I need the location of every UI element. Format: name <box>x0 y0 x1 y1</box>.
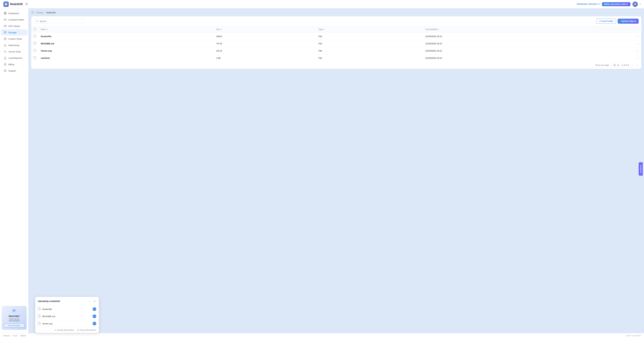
svg-rect-3 <box>4 12 5 13</box>
row-checkbox-cell <box>31 33 38 40</box>
sidebar-item-compute[interactable]: Compute Nodes <box>1 17 27 23</box>
select-all-checkbox[interactable] <box>34 28 36 30</box>
breadcrumb-storage[interactable]: Storage <box>36 12 43 14</box>
networking-icon <box>4 44 7 47</box>
copyright: 2024 © NodeShift <box>626 335 641 337</box>
pause-transfers-button[interactable]: ⏸ Pause all transfers <box>77 329 96 331</box>
feedback-tab[interactable]: Feedback <box>639 162 643 176</box>
upload-done-icon: ✓ <box>92 314 96 318</box>
svg-rect-6 <box>5 14 6 15</box>
home-icon[interactable] <box>31 11 34 14</box>
upload-header: Uploading completed ⌄ ✕ <box>35 297 99 306</box>
row-checkbox[interactable] <box>34 42 36 45</box>
svg-point-17 <box>6 33 6 33</box>
main-layout: Dashboard Compute Nodes <box>0 9 644 333</box>
xcom-link[interactable]: X.com <box>12 335 18 337</box>
modified-sort-arrow: ▾ <box>438 29 439 30</box>
app-name: NodeShift <box>10 3 23 6</box>
upload-close-button[interactable]: ✕ <box>93 299 96 303</box>
sidebar-item-gpu[interactable]: GPU Nodes <box>1 23 27 29</box>
github-link[interactable]: GitHub <box>20 335 26 337</box>
table-row: README.md 747 B File 12/24/2024 23:21 ··… <box>31 40 641 47</box>
sidebar-item-label: Custom Order <box>8 38 22 40</box>
hamburger-menu[interactable]: ☰ <box>25 2 28 6</box>
sidebar-item-custom[interactable]: Custom Order <box>1 36 27 42</box>
type-sort-arrow: ▾ <box>324 29 325 30</box>
compute-icon <box>4 18 7 21</box>
key-icon <box>4 50 7 53</box>
discord-link[interactable]: Discord <box>3 335 10 337</box>
create-folder-button[interactable]: + Create Folder <box>596 19 616 24</box>
col-modified-header[interactable]: Last Modified ▾ <box>423 26 634 33</box>
sidebar-item-access-keys[interactable]: Access Keys <box>1 49 27 55</box>
gpu-icon <box>4 25 7 28</box>
row-actions-button[interactable]: ··· <box>634 54 641 62</box>
upload-minimize-button[interactable]: ⌄ <box>88 299 92 303</box>
help-box: Need help? Check out our documentation D… <box>2 306 27 330</box>
row-actions-button[interactable]: ··· <box>634 47 641 54</box>
project-selector[interactable]: PERSONAL PROJECT ▾ <box>577 3 600 5</box>
row-modified: 12/24/2024 23:21 <box>423 33 634 40</box>
svg-rect-13 <box>5 26 6 27</box>
prev-page-button[interactable]: ‹ <box>631 63 634 67</box>
avatar-chevron: ▾ <box>640 3 641 5</box>
svg-line-41 <box>38 22 38 22</box>
upload-title: Uploading completed <box>38 300 60 302</box>
breadcrumb-current: newbucket <box>46 12 56 14</box>
project-chevron: ▾ <box>599 3 600 5</box>
col-name-header[interactable]: Name ▾ <box>38 26 214 33</box>
next-page-button[interactable]: › <box>636 63 639 67</box>
svg-point-29 <box>5 57 6 57</box>
file-doc-icon <box>38 314 40 318</box>
row-type: File <box>316 33 423 40</box>
svg-point-40 <box>36 20 38 22</box>
row-actions-button[interactable]: ··· <box>634 40 641 47</box>
sidebar-item-dashboard[interactable]: Dashboard <box>1 10 27 16</box>
sidebar-item-storage[interactable]: Storage <box>1 29 27 36</box>
sidebar-item-billing[interactable]: $ Billing <box>1 61 27 67</box>
help-title: Need help? <box>4 315 24 317</box>
row-checkbox[interactable] <box>34 35 36 37</box>
row-checkbox[interactable] <box>34 49 36 52</box>
custom-icon <box>4 37 7 40</box>
cancel-transfers-button[interactable]: ✕ Cancel all transfers <box>54 329 74 331</box>
documentation-button[interactable]: Documentation <box>4 323 24 327</box>
upload-item: Vector.svg ✓ <box>35 320 99 327</box>
search-box[interactable] <box>34 19 84 24</box>
search-input[interactable] <box>40 20 82 23</box>
svg-point-16 <box>6 32 6 32</box>
sidebar: Dashboard Compute Nodes <box>0 9 28 333</box>
row-actions-button[interactable]: ··· <box>634 33 641 40</box>
upload-file-name: Dockerfile <box>42 308 52 310</box>
col-type-header[interactable]: Type ▾ <box>316 26 423 33</box>
svg-point-30 <box>4 58 5 59</box>
sidebar-item-label: Dashboard <box>8 12 19 15</box>
project-label: PERSONAL PROJECT <box>577 3 598 5</box>
sidebar-item-load-balancer[interactable]: Load Balancer <box>1 55 27 61</box>
sidebar-item-support[interactable]: Support <box>1 68 27 74</box>
top-bar: NodeShift ☰ PERSONAL PROJECT ▾ REFILL BA… <box>0 0 644 9</box>
svg-point-22 <box>4 46 5 46</box>
svg-rect-42 <box>38 307 40 310</box>
row-name: README.md <box>38 40 214 47</box>
rows-per-page-select[interactable]: 10 25 50 <box>612 63 620 67</box>
sidebar-item-networking[interactable]: Networking <box>1 42 27 48</box>
avatar[interactable] <box>632 2 638 7</box>
svg-point-21 <box>5 44 6 45</box>
row-size: 1 kB <box>214 54 316 62</box>
upload-files-list: Dockerfile ✓ README.md ✓ <box>35 306 99 327</box>
col-size-header[interactable]: Size ▾ <box>214 26 316 33</box>
help-subtitle: Check out our documentation <box>4 318 24 322</box>
sidebar-item-label: Load Balancer <box>8 57 22 59</box>
svg-rect-48 <box>38 322 40 324</box>
balance-button[interactable]: REFILL BALANCE: $100.17 <box>602 2 630 6</box>
row-type: File <box>316 40 423 47</box>
breadcrumb-sep-1: › <box>34 12 35 14</box>
bottom-links: Discord X.com GitHub <box>3 335 26 337</box>
upload-file-name: Vector.svg <box>42 322 52 325</box>
row-checkbox[interactable] <box>34 56 36 59</box>
upload-button[interactable]: ↑ Upload Objects <box>618 19 639 24</box>
sidebar-item-label: Access Keys <box>8 50 21 53</box>
table-row: Vector.svg 151 B File 12/24/2024 23:21 ·… <box>31 47 641 54</box>
row-checkbox-cell <box>31 47 38 54</box>
